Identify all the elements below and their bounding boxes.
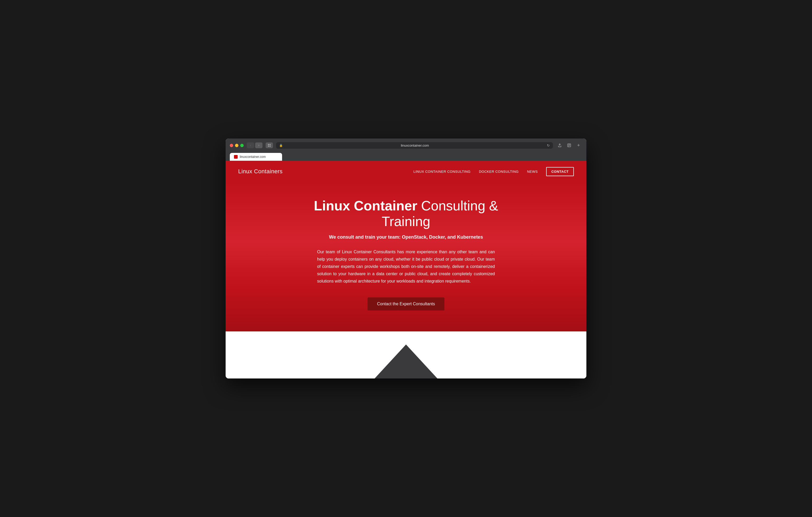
- cta-button[interactable]: Contact the Expert Consultants: [368, 297, 444, 311]
- hero-body: Our team of Linux Container Consultants …: [317, 248, 495, 285]
- svg-rect-0: [268, 144, 269, 145]
- new-tab-button[interactable]: [566, 142, 573, 148]
- tab-title-text: linuxcontainer.com: [240, 155, 266, 159]
- browser-chrome: ‹ › 🔒 linuxcontainer.com ↻: [226, 139, 586, 161]
- browser-window: ‹ › 🔒 linuxcontainer.com ↻: [226, 139, 586, 379]
- nav-link-docker-consulting[interactable]: DOCKER CONSULTING: [479, 170, 519, 174]
- tab-favicon: [234, 155, 238, 159]
- nav-link-contact[interactable]: CONTACT: [546, 167, 574, 176]
- reload-icon[interactable]: ↻: [547, 143, 550, 147]
- below-fold-section: [226, 332, 586, 378]
- hero-title-bold: Linux Container: [314, 198, 417, 213]
- browser-actions: +: [556, 142, 582, 148]
- url-text: linuxcontainer.com: [285, 143, 545, 147]
- close-button[interactable]: [230, 144, 233, 147]
- traffic-lights: [230, 144, 244, 147]
- nav-link-linux-container-consulting[interactable]: LINUX CONTAINER CONSULTING: [413, 170, 470, 174]
- site-logo[interactable]: Linux Containers: [238, 168, 283, 175]
- hero-subtitle: We consult and train your team: OpenStac…: [329, 234, 483, 240]
- svg-rect-2: [268, 146, 269, 147]
- nav-buttons: ‹ ›: [247, 142, 262, 148]
- maximize-button[interactable]: [240, 144, 244, 147]
- svg-rect-5: [234, 155, 237, 158]
- back-button[interactable]: ‹: [247, 142, 254, 148]
- address-bar[interactable]: 🔒 linuxcontainer.com ↻: [276, 142, 553, 149]
- active-tab[interactable]: linuxcontainer.com: [230, 153, 282, 161]
- nav-links: LINUX CONTAINER CONSULTING DOCKER CONSUL…: [413, 167, 574, 176]
- nav-link-news[interactable]: NEWS: [527, 170, 538, 174]
- forward-button[interactable]: ›: [255, 142, 262, 148]
- browser-top-bar: ‹ › 🔒 linuxcontainer.com ↻: [230, 142, 582, 152]
- minimize-button[interactable]: [235, 144, 238, 147]
- hero-title: Linux Container Consulting & Training: [304, 198, 508, 229]
- hero-section: Linux Container Consulting & Training We…: [226, 182, 586, 332]
- site-navigation: Linux Containers LINUX CONTAINER CONSULT…: [226, 161, 586, 182]
- add-tab-button[interactable]: +: [575, 142, 582, 148]
- decorative-triangle: [375, 344, 437, 378]
- lock-icon: 🔒: [279, 144, 283, 147]
- svg-rect-3: [269, 146, 270, 147]
- svg-rect-1: [269, 144, 270, 145]
- tab-overview-button[interactable]: [266, 142, 273, 148]
- share-button[interactable]: [556, 142, 563, 148]
- website-content: Linux Containers LINUX CONTAINER CONSULT…: [226, 161, 586, 379]
- tab-bar: linuxcontainer.com: [230, 152, 582, 161]
